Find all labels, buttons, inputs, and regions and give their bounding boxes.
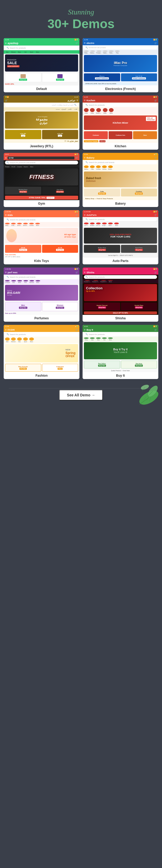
search-bar-perfumes[interactable]: 🔍 Search for products and brands — [5, 275, 78, 279]
product-cards-default: Shop Now Shop Now — [4, 72, 79, 83]
status-bar-fashion: 11:40📶🔋 — [4, 325, 79, 328]
nav-bar-kitchen: ☰ Kuchen 🛒 — [83, 98, 158, 102]
category-row-auto: Car P... Brakes Car Cl... Engin... Steer… — [83, 222, 158, 227]
nav-bar-default: ☰ ayashop 🛒 — [4, 41, 79, 45]
category-row-jewellery: قلاده انگشتر گوشواره دستبند — [4, 107, 79, 111]
search-bar-buyit[interactable]: 🔍 Search for products — [84, 333, 157, 336]
shisha-cards: Hookah Charcoal Shop Now Hookah Pipes Sh… — [83, 302, 158, 311]
kids-cards: $29.99 Shop Now $17.99 Shop Now — [4, 244, 79, 253]
search-bar-default[interactable]: 🔍 Search for products — [5, 46, 78, 50]
demo-label-auto: Auto Parts — [83, 257, 158, 265]
kitchen-cards: Cookware Cookware Sets Store — [83, 131, 158, 140]
nav-bar-jewellery: ☰ جواهری 🛒 — [4, 98, 79, 102]
demo-label-shisha: Shisha — [83, 315, 158, 322]
nav-bar-auto: ☰ AutoParts 🛒 — [83, 213, 158, 217]
search-bar-bakery[interactable]: 🔍 Search for products and brands — [84, 160, 157, 164]
category-row-buyit: Shop Sale New Hot More — [83, 337, 158, 341]
demos-count: 30+ Demos — [5, 18, 157, 30]
status-bar-electronics: 11:49📶🔋 — [83, 38, 158, 41]
demo-jewellery: 11:23📶🔋 ☰ جواهری 🛒 🔍 البحث عن المنتجات و… — [4, 95, 79, 150]
demo-label-perfumes: Perfumes — [4, 315, 79, 322]
search-bar-gym[interactable]: 🔍 Search for products and brands — [5, 161, 78, 164]
leaf-decoration-icon — [132, 382, 161, 408]
status-bar-kids: 1:45 PM📶🔋 — [4, 210, 79, 213]
demo-fashion: 11:40📶🔋 ☰ FASHI 🛒 🔍 Search for products … — [4, 325, 79, 379]
demo-kids: 1:45 PM📶🔋 ☰ Kids 🛒 🔍 Search for products… — [4, 210, 79, 265]
bakery-cards: Cake Shop Now Cookies Shop Now — [83, 188, 158, 197]
nav-bar-shisha: ☰ Shisha 🛒 — [83, 270, 158, 275]
buyit-cards: Best Sellers Shop Now New Items Shop Now — [83, 360, 158, 369]
search-bar-kids[interactable]: 🔍 Search for products and brands — [5, 218, 78, 221]
gym-cards: Bootleg Store Shop Now Gym Store Shop No… — [4, 186, 79, 195]
category-row-gym: Protein Pre-W Creatine Vitamin More — [4, 165, 79, 167]
demo-default: 11:45📶🔋 ☰ ayashop 🛒 🔍 Search for product… — [4, 38, 79, 92]
nav-bar-perfumes: ☰ perf mes 🛒 — [4, 270, 79, 275]
search-bar-kitchen[interactable]: 🔍 Search for products — [84, 103, 157, 107]
search-bar-jewellery[interactable]: 🔍 البحث عن المنتجات والعلامات التجارية — [5, 103, 78, 107]
category-row-default: Men Women Boys Girl Sport More — [4, 50, 79, 54]
see-all-button[interactable]: See All Demo → — [59, 390, 103, 400]
nav-bar-gym: ☰ GYM 🛒 — [4, 156, 79, 160]
status-bar-buyit: 12:55📶🔋 — [83, 325, 158, 328]
electronics-sub-banners: iPhones Achetez maintenant Sale TV 4K Ac… — [83, 73, 158, 82]
category-row-shisha: Hookah C... Hookah H... HookPk H. More — [83, 279, 158, 283]
demo-shisha: 11:56📶🔋 ☰ Shisha 🛒 🔍 Search for products… — [83, 268, 158, 322]
status-bar-kitchen: 11:49📶🔋 — [83, 95, 158, 98]
category-row-bakery: Bakery Cake Cookies Donuts Bread... — [83, 165, 158, 171]
category-row-kids: Baby... Dolls... Dress... Electri... Gam… — [4, 222, 79, 227]
demo-kitchen: 11:49📶🔋 ☰ Kuchen 🛒 🔍 Search for products… — [83, 95, 158, 150]
search-bar-auto[interactable]: 🔍 Search for products — [84, 218, 157, 221]
demo-label-kitchen: Kitchen — [83, 143, 158, 150]
category-row-fashion: Men Women Kids Sport More — [4, 337, 79, 343]
nav-bar-kids: ☰ Kids 🛒 — [4, 213, 79, 217]
search-bar-fashion[interactable]: 🔍 Search for products — [5, 333, 78, 336]
status-bar-gym: 13:27📶🔋 — [4, 153, 79, 156]
nav-bar-fashion: ☰ FASHI 🛒 — [4, 328, 79, 332]
auto-cards: Brakes Parts Shop Now Spark Parts Shop N… — [83, 244, 158, 253]
nav-bar-bakery: ☰ Bakery 🛒 — [83, 156, 158, 160]
nav-bar-electronics: ☰ electro 🛒 — [83, 41, 158, 45]
demo-label-gym: Gym — [4, 200, 79, 207]
search-bar-shisha[interactable]: 🔍 Search for products — [84, 275, 157, 279]
status-bar-perfumes: 1:45 PM📶🔋 — [4, 268, 79, 270]
see-all-section: See All Demo → — [0, 382, 162, 408]
demo-bakery: 12:55📶🔋 ☰ Bakery 🛒 🔍 Search for products… — [83, 153, 158, 207]
category-row-kitchen: Cook. Cook. Drink S... Kitsh. More — [83, 107, 158, 115]
demo-auto: 11:44 AM📶🔋 ☰ AutoParts 🛒 🔍 Search for pr… — [83, 210, 158, 265]
demos-grid: 11:45📶🔋 ☰ ayashop 🛒 🔍 Search for product… — [0, 35, 162, 382]
demo-label-default: Default — [4, 86, 79, 92]
demo-perfumes: 1:45 PM📶🔋 ☰ perf mes 🛒 🔍 Search for prod… — [4, 268, 79, 322]
demo-gym: 13:27📶🔋 ☰ GYM 🛒 🔍 Search for products an… — [4, 153, 79, 207]
jewellery-cards: عطر تجاری خرید عطر تجاری خرید — [4, 129, 79, 140]
nav-bar-buyit: ☰ Buy It 🛒 — [83, 328, 158, 332]
fashion-cards: New Arrivals #For Men Collection Shop — [4, 363, 79, 372]
demo-label-buyit: Buy It — [83, 372, 158, 379]
status-bar-auto: 11:44 AM📶🔋 — [83, 210, 158, 213]
demo-label-electronics: Electronics (French) — [83, 86, 158, 92]
demo-label-fashion: Fashion — [4, 372, 79, 379]
demo-buyit: 12:55📶🔋 ☰ Buy It 🛒 🔍 Search for products… — [83, 325, 158, 379]
demo-label-bakery: Bakery — [83, 200, 158, 207]
status-bar-bakery: 12:55📶🔋 — [83, 153, 158, 156]
status-bar-default: 11:45📶🔋 — [4, 38, 79, 41]
search-bar-electronics[interactable]: 🔍 Rechercher des produits — [84, 46, 157, 50]
perfumes-cards: Men Shop Now Women Shop Now — [4, 302, 79, 312]
category-row-perfumes: Cologne Sets Minis Perf. Women More — [4, 279, 79, 284]
demo-label-jewellery: Jewellery (RTL) — [4, 143, 79, 150]
demo-electronics: 11:49📶🔋 ☰ electro 🛒 🔍 Rechercher des pro… — [83, 38, 158, 92]
category-row-electronics: Télép... Ordina... Produit... Tablet... … — [83, 50, 158, 54]
status-bar-shisha: 11:56📶🔋 — [83, 268, 158, 270]
status-bar-jewellery: 11:23📶🔋 — [4, 95, 79, 98]
stunning-title: Stunning — [5, 8, 157, 16]
header-section: Stunning 30+ Demos — [0, 0, 162, 35]
demo-label-kids: Kids Toys — [4, 257, 79, 265]
